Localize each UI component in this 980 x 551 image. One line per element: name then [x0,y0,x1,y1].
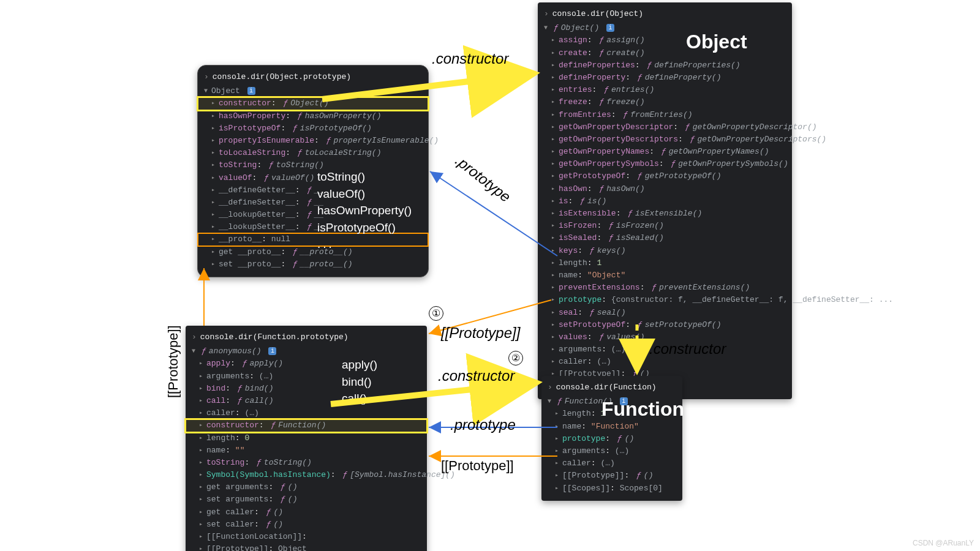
property-row: ▸set arguments: ƒ() [186,493,427,506]
label-constructor-right: .constructor [649,340,726,358]
label-prototype-chain-low: [[Prototype]] [441,458,514,474]
property-row: ▸constructor: ƒFunction() [186,419,427,432]
panel-header: ›console.dir(Function) [541,380,682,395]
property-row: ▸create: ƒcreate() [538,47,792,59]
info-icon: i [247,87,255,95]
property-row: ▸entries: ƒentries() [538,84,792,96]
property-row: ▸caller: (…) [186,407,427,419]
property-row: ▸seal: ƒseal() [538,307,792,319]
lead-row: ▼ƒanonymous() i [186,345,427,358]
panel-function: ›console.dir(Function) ▼ƒFunction() i ▸l… [541,376,682,501]
property-row: ▸caller: (…) [538,356,792,368]
property-row: ▸isPrototypeOf: ƒisPrototypeOf() [198,122,428,135]
property-row: ▸hasOwn: ƒhasOwn() [538,183,792,195]
property-row: ▸set __proto__: ƒ__proto__() [198,258,428,271]
property-row: ▸get arguments: ƒ() [186,481,427,493]
property-row: ▸Symbol(Symbol.hasInstance): ƒ[Symbol.ha… [186,469,427,481]
property-row: ▸freeze: ƒfreeze() [538,96,792,108]
property-row: ▸arguments: (…) [186,370,427,383]
info-icon: i [268,347,276,355]
property-row: ▸defineProperties: ƒdefineProperties() [538,59,792,72]
property-row: ▸[[Prototype]]: Object [186,543,427,551]
property-row: ▸fromEntries: ƒfromEntries() [538,109,792,121]
label-prototype-top: .prototype [452,152,514,206]
property-row: ▸isExtensible: ƒisExtensible() [538,208,792,220]
property-row: ▸getOwnPropertyDescriptor: ƒgetOwnProper… [538,121,792,133]
panel-header: ›console.dir(Object.prototype) [198,69,428,85]
property-row: ▸prototype: ƒ() [541,433,682,445]
property-row: ▸set caller: ƒ() [186,519,427,531]
property-row: ▸bind: ƒbind() [186,383,427,395]
property-row: ▸isFrozen: ƒisFrozen() [538,220,792,232]
sidelist-item: bind() [342,373,377,391]
property-row: ▸[[Prototype]]: ƒ() [541,470,682,482]
sidelist-item: ... [317,236,412,253]
property-row: ▸getOwnPropertyDescriptors: ƒgetOwnPrope… [538,133,792,146]
label-prototype-chain-vert: [[Prototype]] [165,325,181,398]
sidelist-item: apply() [342,356,377,373]
property-row: ▸getOwnPropertyNames: ƒgetOwnPropertyNam… [538,146,792,158]
property-row: ▸[[FunctionLocation]]: [186,531,427,543]
sidelist-item: call() [342,390,377,407]
property-row: ▸hasOwnProperty: ƒhasOwnProperty() [198,110,428,122]
label-num1: ① [429,306,443,321]
panel-function-prototype: ›console.dir(Function.prototype) ▼ƒanony… [186,326,427,551]
property-row: ▸length: 1 [538,257,792,269]
object-title-row: ▼Object i [198,85,428,97]
function-title: Function [601,398,684,421]
property-row: ▸getPrototypeOf: ƒgetPrototypeOf() [538,170,792,182]
sidelist-item: hasOwnProperty() [317,202,412,219]
panel-object: ›console.dir(Object) ▼ƒObject() i ▸assig… [538,2,792,399]
property-row: ▸preventExtensions: ƒpreventExtensions() [538,282,792,294]
object-title: Object [686,31,747,53]
property-row: ▸defineProperty: ƒdefineProperty() [538,72,792,84]
header-text: console.dir(Function) [556,383,657,392]
watermark: CSDN @ARuanLY [913,539,974,547]
label-prototype-mid: .prototype [450,416,516,433]
property-row: ▸isSealed: ƒisSealed() [538,232,792,244]
header-text: console.dir(Function.prototype) [200,332,349,342]
panel-header: ›console.dir(Object) [538,6,792,22]
property-row: ▸get caller: ƒ() [186,506,427,519]
property-row: ▸arguments: (…) [541,445,682,457]
property-row: ▸getOwnPropertySymbols: ƒgetOwnPropertyS… [538,158,792,170]
sidelist-item: toString() [317,168,412,186]
lead-row: ▼ƒObject() i [538,22,792,34]
label-constructor-mid: .constructor [438,367,514,384]
property-row: ▸constructor: ƒObject() [198,97,428,110]
property-row: ▸name: "Function" [541,421,682,433]
property-row: ▸assign: ƒassign() [538,34,792,47]
label-prototype-chain-mid: [[Prototype]] [441,324,520,342]
label-num2: ② [508,351,523,365]
panel-header: ›console.dir(Function.prototype) [186,329,427,345]
property-row: ▸length: 0 [186,432,427,444]
property-row: ▸propertyIsEnumerable: ƒpropertyIsEnumer… [198,135,428,147]
property-row: ▸name: "" [186,444,427,457]
function-proto-sidelist: apply() bind() call() [342,356,377,407]
header-text: console.dir(Object) [552,9,643,18]
sidelist-item: valueOf() [317,186,412,203]
property-row: ▸apply: ƒapply() [186,358,427,370]
property-row: ▸call: ƒcall() [186,395,427,407]
header-text: console.dir(Object.prototype) [213,72,351,81]
property-row: ▸prototype: {constructor: f, __defineGet… [538,294,792,306]
info-icon: i [606,24,614,32]
property-row: ▸setPrototypeOf: ƒsetPrototypeOf() [538,319,792,331]
property-row: ▸name: "Object" [538,269,792,282]
sidelist-item: isPrototypeOf() [317,219,412,236]
property-row: ▸is: ƒis() [538,195,792,208]
property-row: ▸toString: ƒtoString() [186,457,427,469]
property-row: ▸caller: (…) [541,457,682,470]
property-row: ▸toLocaleString: ƒtoLocaleString() [198,147,428,159]
object-proto-sidelist: toString() valueOf() hasOwnProperty() is… [317,168,412,253]
property-row: ▸[[Scopes]]: Scopes[0] [541,482,682,495]
label-constructor-top: .constructor [432,50,508,67]
property-row: ▸keys: ƒkeys() [538,245,792,257]
